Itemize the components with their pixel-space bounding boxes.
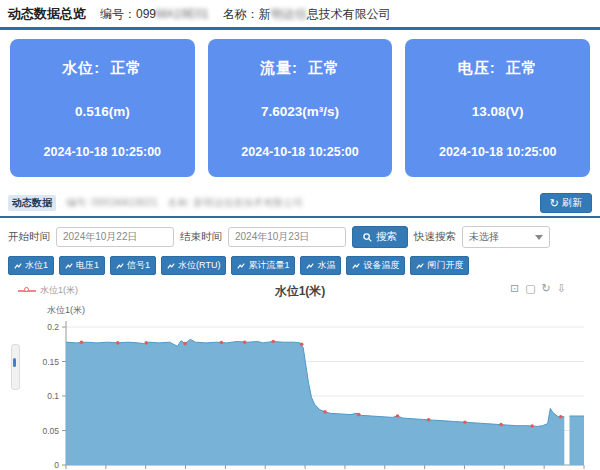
mini-chart-icon bbox=[167, 262, 175, 270]
mini-chart-icon bbox=[352, 262, 360, 270]
mini-chart-icon bbox=[116, 262, 124, 270]
series-button-label: 电压1 bbox=[76, 259, 99, 272]
mini-chart-icon bbox=[306, 262, 314, 270]
series-button-4[interactable]: 累计流量1 bbox=[231, 256, 295, 275]
station-name-suffix: 息技术有限公司 bbox=[307, 7, 391, 21]
water-level-card: 水位:正常 0.516(m) 2024-10-18 10:25:00 bbox=[10, 39, 195, 177]
end-time-input[interactable]: 2024年10月23日 bbox=[228, 227, 346, 247]
mini-chart-icon bbox=[237, 262, 245, 270]
status-badge: 正常 bbox=[110, 59, 142, 76]
station-code-label: 编号： bbox=[100, 7, 136, 21]
card-timestamp: 2024-10-18 10:25:00 bbox=[208, 145, 393, 159]
panel-name-value: 新明达信息技术有限公司 bbox=[193, 197, 303, 208]
station-name-label: 名称： bbox=[223, 7, 259, 21]
svg-text:水位1(米): 水位1(米) bbox=[47, 305, 85, 315]
series-button-3[interactable]: 水位(RTU) bbox=[161, 256, 226, 275]
mini-chart-icon bbox=[416, 262, 424, 270]
series-button-7[interactable]: 闸门开度 bbox=[410, 256, 469, 275]
chart-toolbox: ⊡▢↻⇩ bbox=[510, 283, 566, 294]
voltage-card: 电压:正常 13.08(V) 2024-10-18 10:25:00 bbox=[405, 39, 590, 177]
start-time-input[interactable]: 2024年10月22日 bbox=[56, 227, 174, 247]
svg-text:0.1: 0.1 bbox=[47, 391, 59, 401]
svg-text:0.05: 0.05 bbox=[42, 426, 59, 436]
end-time-label: 结束时间 bbox=[180, 230, 222, 244]
chart-title: 水位1(米) bbox=[4, 283, 596, 300]
card-label: 流量: bbox=[260, 59, 298, 76]
quick-search-value: 未选择 bbox=[469, 230, 499, 244]
page-header: 动态数据总览 编号：099MA19E01 名称：新明达信息技术有限公司 bbox=[0, 0, 600, 30]
chart-header: 水位1(米) 水位1(米) ⊡▢↻⇩ bbox=[4, 281, 596, 299]
refresh-button[interactable]: ↻ 刷新 bbox=[540, 193, 592, 213]
series-button-row: 水位1电压1信号1水位(RTU)累计流量1水温设备温度闸门开度 bbox=[0, 252, 600, 277]
card-label: 水位: bbox=[62, 59, 100, 76]
card-value: 13.08(V) bbox=[405, 104, 590, 119]
card-label: 电压: bbox=[458, 59, 496, 76]
series-button-label: 信号1 bbox=[127, 259, 150, 272]
series-button-1[interactable]: 电压1 bbox=[59, 256, 105, 275]
series-button-label: 水位(RTU) bbox=[178, 259, 220, 272]
water-level-chart[interactable]: 00.050.10.150.2水位1(米)2024-10-2200:00:002… bbox=[4, 299, 596, 470]
datazoom-icon[interactable]: ⊡ bbox=[510, 283, 519, 294]
quick-search-select[interactable]: 未选择 bbox=[462, 226, 550, 248]
vertical-scrollbar-handle[interactable] bbox=[13, 358, 16, 367]
search-icon bbox=[363, 233, 372, 242]
card-title: 流量:正常 bbox=[208, 59, 393, 78]
svg-text:0: 0 bbox=[54, 460, 59, 470]
status-cards: 水位:正常 0.516(m) 2024-10-18 10:25:00 流量:正常… bbox=[0, 30, 600, 183]
refresh-label: 刷新 bbox=[562, 196, 582, 210]
station-code-redacted: MA19E01 bbox=[156, 7, 209, 21]
restore-icon[interactable]: ↻ bbox=[542, 283, 551, 294]
card-title: 水位:正常 bbox=[10, 59, 195, 78]
station-code: 编号：099MA19E01 bbox=[100, 6, 209, 23]
chevron-down-icon bbox=[535, 235, 543, 240]
panel-name-label: 名称: bbox=[168, 197, 191, 208]
series-button-label: 水位1 bbox=[25, 259, 48, 272]
save-image-icon[interactable]: ⇩ bbox=[557, 283, 566, 294]
panel-header: 动态数据 编号: 0991MA19E01 名称: 新明达信息技术有限公司 ↻ 刷… bbox=[0, 191, 600, 218]
filter-bar: 开始时间 2024年10月22日 结束时间 2024年10月23日 搜索 快速搜… bbox=[0, 218, 600, 252]
svg-text:0.15: 0.15 bbox=[42, 357, 59, 367]
mini-chart-icon bbox=[65, 262, 73, 270]
panel-code-label: 编号: bbox=[66, 197, 89, 208]
start-time-label: 开始时间 bbox=[8, 230, 50, 244]
series-button-label: 水温 bbox=[317, 259, 335, 272]
panel-station-code: 编号: 0991MA19E01 bbox=[66, 196, 158, 210]
card-timestamp: 2024-10-18 10:25:00 bbox=[10, 145, 195, 159]
mini-chart-icon bbox=[14, 262, 22, 270]
card-value: 0.516(m) bbox=[10, 104, 195, 119]
series-button-2[interactable]: 信号1 bbox=[110, 256, 156, 275]
card-title: 电压:正常 bbox=[405, 59, 590, 78]
card-value: 7.6023(m³/s) bbox=[208, 104, 393, 119]
panel-station-name: 名称: 新明达信息技术有限公司 bbox=[168, 196, 304, 210]
station-code-visible: 099 bbox=[136, 7, 156, 21]
series-button-label: 闸门开度 bbox=[427, 259, 463, 272]
panel-code-value: 0991MA19E01 bbox=[92, 197, 158, 208]
refresh-icon: ↻ bbox=[550, 198, 559, 209]
chart-panel: 水位1(米) 水位1(米) ⊡▢↻⇩ 00.050.10.150.2水位1(米)… bbox=[4, 281, 596, 470]
tab-dynamic-data[interactable]: 动态数据 bbox=[8, 195, 56, 211]
station-name: 名称：新明达信息技术有限公司 bbox=[223, 6, 391, 23]
series-button-6[interactable]: 设备温度 bbox=[346, 256, 405, 275]
series-button-5[interactable]: 水温 bbox=[300, 256, 341, 275]
series-button-label: 设备温度 bbox=[363, 259, 399, 272]
search-label: 搜索 bbox=[376, 230, 397, 244]
status-badge: 正常 bbox=[308, 59, 340, 76]
series-button-label: 累计流量1 bbox=[248, 259, 289, 272]
station-name-redacted: 明达信 bbox=[271, 7, 307, 21]
series-button-0[interactable]: 水位1 bbox=[8, 256, 54, 275]
vertical-scrollbar[interactable] bbox=[11, 344, 20, 390]
dashboard-page: 动态数据总览 编号：099MA19E01 名称：新明达信息技术有限公司 水位:正… bbox=[0, 0, 600, 470]
card-timestamp: 2024-10-18 10:25:00 bbox=[405, 145, 590, 159]
page-title: 动态数据总览 bbox=[8, 5, 86, 23]
dataview-icon[interactable]: ▢ bbox=[525, 283, 535, 294]
search-button[interactable]: 搜索 bbox=[352, 226, 408, 248]
flow-card: 流量:正常 7.6023(m³/s) 2024-10-18 10:25:00 bbox=[208, 39, 393, 177]
svg-text:0.2: 0.2 bbox=[47, 322, 59, 332]
status-badge: 正常 bbox=[506, 59, 538, 76]
quick-search-label: 快速搜索 bbox=[414, 230, 456, 244]
station-name-prefix: 新 bbox=[259, 7, 271, 21]
